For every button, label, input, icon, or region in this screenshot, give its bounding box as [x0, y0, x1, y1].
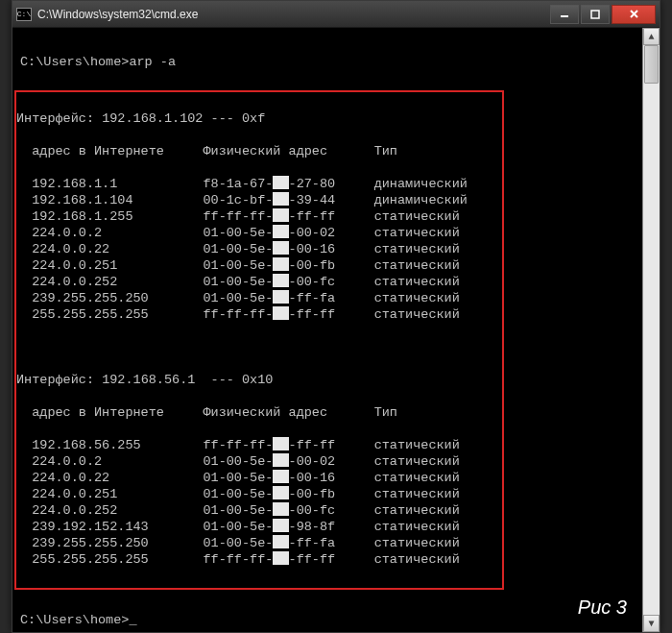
- arp-type: статический: [374, 454, 460, 469]
- obscured-icon: [273, 502, 288, 516]
- obscured-icon: [273, 535, 288, 548]
- mac-suffix: -39-44: [289, 193, 336, 207]
- mac-prefix: 01-00-5e-: [203, 275, 273, 289]
- minimize-button[interactable]: [550, 5, 579, 24]
- mac-prefix: 00-1c-bf-: [203, 193, 273, 207]
- mac-prefix: f8-1a-67-: [203, 177, 273, 191]
- mac-prefix: 01-00-5e-: [203, 471, 273, 485]
- obscured-icon: [273, 551, 288, 565]
- arp-type: статический: [374, 552, 460, 567]
- mac-prefix: ff-ff-ff-: [203, 307, 273, 322]
- arp-type: статический: [374, 242, 460, 256]
- obscured-icon: [273, 437, 288, 450]
- mac-prefix: ff-ff-ff-: [203, 209, 273, 224]
- arp-type: статический: [374, 471, 460, 485]
- obscured-icon: [273, 274, 288, 287]
- arp-row: 192.168.1.1 f8-1a-67--27-80 динамический: [16, 176, 502, 192]
- mac-suffix: -ff-ff: [289, 307, 336, 322]
- mac-prefix: 01-00-5e-: [203, 454, 273, 469]
- arp-row: 224.0.0.22 01-00-5e--00-16 статический: [16, 470, 502, 486]
- mac-prefix: ff-ff-ff-: [203, 552, 273, 567]
- prompt: C:\Users\home>: [20, 55, 129, 69]
- obscured-icon: [273, 241, 288, 255]
- arp-type: статический: [374, 307, 460, 322]
- obscured-icon: [273, 306, 288, 320]
- arp-row: 192.168.56.255 ff-ff-ff--ff-ff статическ…: [16, 437, 502, 453]
- terminal-output[interactable]: C:\Users\home>arp -a Интерфейс: 192.168.…: [12, 28, 642, 632]
- obscured-icon: [273, 257, 288, 271]
- obscured-icon: [273, 519, 288, 532]
- mac-suffix: -00-fc: [289, 503, 336, 518]
- arp-type: статический: [374, 520, 460, 534]
- arp-type: статический: [374, 438, 460, 452]
- mac-suffix: -00-02: [289, 226, 336, 240]
- mac-suffix: -00-16: [289, 242, 336, 256]
- arp-row: 192.168.1.255 ff-ff-ff--ff-ff статически…: [16, 208, 502, 225]
- arp-row: 224.0.0.252 01-00-5e--00-fc статический: [16, 274, 502, 290]
- highlight-box: Интерфейс: 192.168.1.102 --- 0xf адрес в…: [14, 90, 504, 590]
- mac-suffix: -ff-ff: [289, 209, 336, 224]
- arp-type: статический: [374, 291, 460, 305]
- mac-prefix: 01-00-5e-: [203, 242, 273, 256]
- prompt: C:\Users\home>: [20, 613, 129, 627]
- obscured-icon: [273, 225, 288, 238]
- svg-rect-1: [591, 11, 599, 18]
- mac-suffix: -00-02: [289, 454, 336, 469]
- mac-prefix: 01-00-5e-: [203, 487, 273, 501]
- mac-suffix: -ff-ff: [289, 552, 336, 567]
- arp-row: 239.255.255.250 01-00-5e--ff-fa статичес…: [16, 535, 502, 551]
- arp-type: статический: [374, 275, 460, 289]
- obscured-icon: [273, 176, 288, 189]
- mac-prefix: ff-ff-ff-: [203, 438, 273, 452]
- arp-type: статический: [374, 258, 460, 273]
- mac-suffix: -ff-fa: [289, 536, 336, 550]
- interface-header-1: Интерфейс: 192.168.1.102 --- 0xf: [16, 110, 502, 127]
- mac-suffix: -00-fc: [289, 275, 336, 289]
- arp-row: 239.255.255.250 01-00-5e--ff-fa статичес…: [16, 290, 502, 306]
- scroll-down-button[interactable]: ▼: [643, 615, 660, 632]
- arp-type: динамический: [374, 193, 468, 207]
- titlebar[interactable]: C:\ C:\Windows\system32\cmd.exe: [12, 1, 660, 28]
- arp-row: 224.0.0.251 01-00-5e--00-fb статический: [16, 486, 502, 502]
- mac-prefix: 01-00-5e-: [203, 520, 273, 534]
- mac-suffix: -27-80: [289, 177, 336, 191]
- arp-row: 255.255.255.255 ff-ff-ff--ff-ff статичес…: [16, 306, 502, 323]
- obscured-icon: [273, 192, 288, 206]
- obscured-icon: [273, 453, 288, 467]
- mac-suffix: -ff-ff: [289, 438, 336, 452]
- vertical-scrollbar[interactable]: ▲ ▼: [642, 28, 660, 632]
- figure-label: Рис 3: [578, 596, 627, 619]
- arp-row: 224.0.0.22 01-00-5e--00-16 статический: [16, 241, 502, 257]
- arp-row: 224.0.0.2 01-00-5e--00-02 статический: [16, 225, 502, 241]
- mac-prefix: 01-00-5e-: [203, 291, 273, 305]
- arp-type: динамический: [374, 177, 468, 191]
- mac-suffix: -ff-fa: [289, 291, 336, 305]
- maximize-button[interactable]: [581, 5, 610, 24]
- mac-suffix: -00-fb: [289, 258, 336, 273]
- terminal-body: C:\Users\home>arp -a Интерфейс: 192.168.…: [12, 28, 660, 632]
- mac-prefix: 01-00-5e-: [203, 258, 273, 273]
- arp-type: статический: [374, 536, 460, 550]
- window-title: C:\Windows\system32\cmd.exe: [37, 8, 550, 21]
- column-headers-1: адрес в Интернете Физический адрес Тип: [16, 143, 502, 159]
- mac-suffix: -98-8f: [289, 520, 336, 534]
- arp-row: 224.0.0.252 01-00-5e--00-fc статический: [16, 502, 502, 519]
- scrollbar-thumb[interactable]: [644, 45, 659, 84]
- mac-prefix: 01-00-5e-: [203, 536, 273, 550]
- scrollbar-track[interactable]: [643, 45, 660, 615]
- command-text: arp -a: [129, 55, 176, 69]
- mac-suffix: -00-16: [289, 471, 336, 485]
- window-controls: [550, 5, 656, 24]
- mac-prefix: 01-00-5e-: [203, 226, 273, 240]
- close-button[interactable]: [612, 5, 656, 24]
- obscured-icon: [273, 290, 288, 304]
- arp-type: статический: [374, 209, 460, 224]
- arp-row: 224.0.0.251 01-00-5e--00-fb статический: [16, 257, 502, 274]
- cmd-icon: C:\: [16, 8, 32, 21]
- mac-prefix: 01-00-5e-: [203, 503, 273, 518]
- scroll-up-button[interactable]: ▲: [643, 28, 660, 45]
- obscured-icon: [273, 470, 288, 483]
- mac-suffix: -00-fb: [289, 487, 336, 501]
- arp-type: статический: [374, 503, 460, 518]
- arp-row: 239.192.152.143 01-00-5e--98-8f статичес…: [16, 519, 502, 535]
